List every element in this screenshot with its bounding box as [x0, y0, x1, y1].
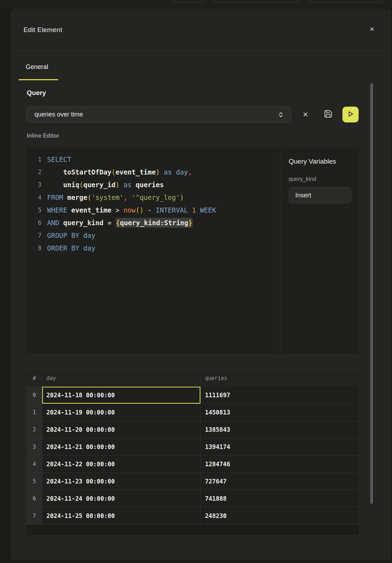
table-header: # day queries: [27, 369, 359, 387]
query-variables-title: Query Variables: [289, 158, 336, 165]
queries-cell[interactable]: 1284746: [200, 456, 359, 473]
query-section-heading: Query: [27, 89, 46, 97]
line-number: 7: [27, 229, 41, 242]
play-icon: [347, 110, 354, 119]
table-row: 02024-11-18 00:00:001111697: [27, 387, 359, 404]
code-line[interactable]: 4FROM merge('system', '^query_log'): [27, 191, 280, 204]
modal-scrollbar[interactable]: [370, 83, 373, 504]
query-parameter-token: {query_kind:String}: [116, 218, 193, 228]
day-cell[interactable]: 2024-11-22 00:00:00: [42, 456, 200, 473]
day-cell[interactable]: 2024-11-19 00:00:00: [42, 404, 200, 421]
variable-name-label: query_kind: [289, 176, 316, 182]
code-text: GROUP BY day: [41, 229, 95, 242]
header-cell-queries: queries: [200, 375, 359, 381]
indent-guide: [76, 166, 76, 191]
line-number: 8: [27, 242, 41, 254]
table-row: 12024-11-19 00:00:001450813: [27, 404, 359, 421]
code-line[interactable]: 8ORDER BY day: [27, 242, 280, 254]
line-number: 5: [27, 204, 41, 216]
code-lines: 1SELECT2 toStartOfDay(event_time) as day…: [27, 153, 280, 254]
day-cell[interactable]: 2024-11-25 00:00:00: [42, 507, 200, 525]
query-variables-panel: Query Variables query_kind Insert: [280, 148, 359, 353]
row-index-cell: 3: [27, 438, 42, 456]
code-line[interactable]: 1SELECT: [27, 153, 280, 166]
day-cell[interactable]: 2024-11-21 00:00:00: [42, 438, 200, 456]
row-index-cell: 0: [27, 387, 42, 404]
table-row: 62024-11-24 00:00:00741888: [27, 490, 359, 507]
line-number: 1: [27, 153, 41, 166]
results-table-body: 02024-11-18 00:00:00111169712024-11-19 0…: [27, 387, 359, 525]
edit-element-modal: Edit Element ✕ General Query queries ove…: [11, 9, 391, 560]
day-cell[interactable]: 2024-11-20 00:00:00: [42, 421, 200, 438]
code-text: uniq(query_id) as queries: [41, 178, 164, 191]
code-text: WHERE event_time > now() - INTERVAL 1 WE…: [41, 204, 216, 216]
chevron-updown-icon: [278, 111, 284, 120]
day-cell[interactable]: 2024-11-23 00:00:00: [42, 473, 200, 490]
line-number: 2: [27, 166, 41, 178]
table-row: 72024-11-25 00:00:00248230: [27, 507, 359, 525]
insert-variable-button[interactable]: Insert: [289, 187, 351, 203]
results-table: # day queries 02024-11-18 00:00:00111169…: [27, 369, 359, 536]
code-text: FROM merge('system', '^query_log'): [41, 191, 184, 204]
row-index-cell: 6: [27, 490, 42, 507]
code-text: toStartOfDay(event_time) as day,: [41, 166, 192, 178]
run-query-button[interactable]: [342, 107, 359, 122]
code-area[interactable]: 1SELECT2 toStartOfDay(event_time) as day…: [27, 148, 280, 353]
x-icon: ✕: [303, 111, 308, 118]
row-index-cell: 4: [27, 456, 42, 473]
top-bar-partial-control[interactable]: [308, 0, 384, 3]
line-number: 3: [27, 178, 41, 191]
table-row: 42024-11-22 00:00:001284746: [27, 456, 359, 473]
active-tab-underline: [19, 79, 58, 80]
header-cell-day: day: [42, 375, 200, 381]
row-index-cell: 2: [27, 421, 42, 438]
queries-cell[interactable]: 1450813: [200, 404, 359, 421]
row-index-cell: 1: [27, 404, 42, 421]
day-cell[interactable]: 2024-11-24 00:00:00: [42, 490, 200, 507]
line-number: 6: [27, 216, 41, 229]
tab-general[interactable]: General: [26, 63, 48, 71]
table-row: 22024-11-20 00:00:001385843: [27, 421, 359, 438]
code-line[interactable]: 3 uniq(query_id) as queries: [27, 178, 280, 191]
code-line[interactable]: 2 toStartOfDay(event_time) as day,: [27, 166, 280, 178]
code-line[interactable]: 6AND query_kind = {query_kind:String}: [27, 216, 280, 229]
top-bar-partial-control[interactable]: [172, 0, 206, 3]
queries-cell[interactable]: 741888: [200, 490, 359, 507]
query-select-value: queries over time: [34, 111, 83, 118]
page-background: { "modal": { "title": "Edit Element", "c…: [0, 0, 392, 563]
row-index-cell: 5: [27, 473, 42, 490]
sql-editor: 1SELECT2 toStartOfDay(event_time) as day…: [27, 148, 359, 353]
save-icon: [324, 109, 333, 119]
code-text: SELECT: [41, 153, 71, 166]
code-text: AND query_kind = {query_kind:String}: [41, 216, 193, 229]
inline-editor-label: Inline Editor: [27, 133, 59, 139]
close-icon: ✕: [369, 26, 374, 32]
queries-cell[interactable]: 1394174: [200, 438, 359, 456]
table-row: 52024-11-23 00:00:00727647: [27, 473, 359, 490]
top-bar: [0, 0, 392, 9]
queries-cell[interactable]: 1385843: [200, 421, 359, 438]
top-bar-partial-control[interactable]: [213, 0, 301, 3]
queries-cell[interactable]: 727647: [200, 473, 359, 490]
code-line[interactable]: 7GROUP BY day: [27, 229, 280, 242]
query-select[interactable]: queries over time: [27, 107, 291, 122]
queries-cell[interactable]: 248230: [200, 507, 359, 525]
clear-query-button[interactable]: ✕: [301, 109, 310, 119]
queries-cell[interactable]: 1111697: [200, 387, 359, 404]
day-cell[interactable]: 2024-11-18 00:00:00: [42, 387, 200, 404]
row-index-cell: 7: [27, 507, 42, 525]
header-cell-index: #: [27, 375, 42, 381]
code-text: ORDER BY day: [41, 242, 95, 254]
table-row: 32024-11-21 00:00:001394174: [27, 438, 359, 456]
line-number: 4: [27, 191, 41, 204]
save-query-button[interactable]: [323, 109, 333, 119]
close-button[interactable]: ✕: [366, 24, 378, 35]
table-footer: [27, 525, 359, 536]
header-divider: [11, 50, 391, 51]
code-line[interactable]: 5WHERE event_time > now() - INTERVAL 1 W…: [27, 204, 280, 216]
modal-title: Edit Element: [24, 26, 62, 34]
